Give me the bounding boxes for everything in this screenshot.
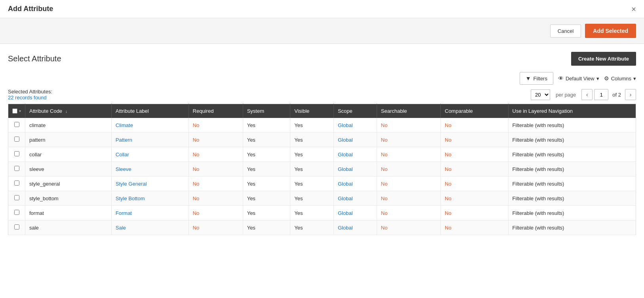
row-checkbox-cell[interactable] (8, 177, 25, 191)
row-layered-nav: Filterable (with results) (508, 162, 636, 177)
row-layered-nav: Filterable (with results) (508, 220, 636, 235)
row-scope: Global (333, 177, 377, 191)
row-scope: Global (333, 118, 377, 133)
row-code: format (25, 206, 112, 220)
row-system: Yes (243, 220, 290, 235)
row-label[interactable]: Style General (111, 177, 189, 191)
total-pages: of 2 (612, 92, 621, 98)
row-system: Yes (243, 162, 290, 177)
table-row: style_general Style General No Yes Yes G… (8, 177, 636, 191)
row-label[interactable]: Format (111, 206, 189, 220)
row-checkbox[interactable] (14, 166, 19, 171)
select-all-column[interactable]: ▾ (8, 104, 25, 118)
table-row: sleeve Sleeve No Yes Yes Global No No Fi… (8, 162, 636, 177)
table-row: collar Collar No Yes Yes Global No No Fi… (8, 147, 636, 162)
toolbar: ▼ Filters 👁 Default View ▾ ⚙ Columns ▾ (8, 72, 636, 85)
select-all-checkbox[interactable] (12, 108, 17, 114)
row-searchable: No (377, 206, 440, 220)
row-visible: Yes (290, 118, 334, 133)
row-comparable: No (441, 191, 509, 206)
row-scope: Global (333, 220, 377, 235)
row-visible: Yes (290, 147, 334, 162)
row-checkbox-cell[interactable] (8, 206, 25, 220)
table-row: style_bottom Style Bottom No Yes Yes Glo… (8, 191, 636, 206)
sort-arrow-code: ↓ (65, 109, 68, 114)
columns-dropdown-arrow: ▾ (633, 76, 636, 82)
page-number-input[interactable] (594, 89, 608, 100)
row-label[interactable]: Climate (111, 118, 189, 133)
per-page-dropdown[interactable]: 20 30 50 (531, 89, 550, 100)
selected-attributes-label: Selected Attributes: (8, 89, 52, 95)
row-required: No (189, 118, 243, 133)
select-all-dropdown[interactable]: ▾ (19, 109, 21, 113)
row-label[interactable]: Pattern (111, 133, 189, 147)
row-system: Yes (243, 206, 290, 220)
action-bar: Cancel Add Selected (0, 18, 644, 44)
row-label[interactable]: Sleeve (111, 162, 189, 177)
filters-button[interactable]: ▼ Filters (520, 72, 553, 85)
row-checkbox[interactable] (14, 151, 19, 156)
create-new-attribute-button[interactable]: Create New Attribute (571, 52, 636, 66)
col-system[interactable]: System (243, 104, 290, 118)
row-label[interactable]: Style Bottom (111, 191, 189, 206)
row-visible: Yes (290, 220, 334, 235)
row-checkbox-cell[interactable] (8, 191, 25, 206)
row-visible: Yes (290, 162, 334, 177)
row-checkbox[interactable] (14, 137, 19, 142)
row-code: sleeve (25, 162, 112, 177)
row-layered-nav: Filterable (with results) (508, 191, 636, 206)
row-system: Yes (243, 133, 290, 147)
row-label[interactable]: Collar (111, 147, 189, 162)
row-checkbox-cell[interactable] (8, 162, 25, 177)
row-comparable: No (441, 206, 509, 220)
columns-button[interactable]: ⚙ Columns ▾ (604, 75, 636, 82)
row-checkbox[interactable] (14, 195, 19, 200)
row-comparable: No (441, 220, 509, 235)
row-checkbox-cell[interactable] (8, 133, 25, 147)
row-checkbox[interactable] (14, 224, 19, 230)
row-comparable: No (441, 133, 509, 147)
gear-icon: ⚙ (604, 75, 609, 82)
row-system: Yes (243, 147, 290, 162)
prev-page-button[interactable]: ‹ (581, 89, 593, 100)
table-row: pattern Pattern No Yes Yes Global No No … (8, 133, 636, 147)
col-comparable[interactable]: Comparable (441, 104, 509, 118)
next-page-button[interactable]: › (625, 89, 636, 100)
row-system: Yes (243, 177, 290, 191)
col-scope[interactable]: Scope (333, 104, 377, 118)
table-header-row: ▾ Attribute Code ↓ Attribute Label Requi… (8, 104, 636, 118)
close-button[interactable]: × (631, 5, 636, 13)
col-layered-nav[interactable]: Use in Layered Navigation (508, 104, 636, 118)
col-attribute-code[interactable]: Attribute Code ↓ (25, 104, 112, 118)
row-checkbox-cell[interactable] (8, 118, 25, 133)
row-checkbox-cell[interactable] (8, 147, 25, 162)
attribute-table: ▾ Attribute Code ↓ Attribute Label Requi… (8, 104, 636, 235)
columns-label: Columns (611, 76, 631, 82)
col-required[interactable]: Required (189, 104, 243, 118)
row-checkbox[interactable] (14, 210, 19, 215)
row-label[interactable]: Sale (111, 220, 189, 235)
default-view-button[interactable]: 👁 Default View ▾ (558, 75, 599, 82)
row-system: Yes (243, 191, 290, 206)
add-selected-button[interactable]: Add Selected (585, 24, 636, 38)
row-scope: Global (333, 147, 377, 162)
row-searchable: No (377, 191, 440, 206)
row-scope: Global (333, 191, 377, 206)
col-attribute-label[interactable]: Attribute Label (111, 104, 189, 118)
page-content: Select Attribute Create New Attribute ▼ … (0, 44, 644, 243)
col-searchable[interactable]: Searchable (377, 104, 440, 118)
row-checkbox[interactable] (14, 180, 19, 186)
row-searchable: No (377, 177, 440, 191)
cancel-button[interactable]: Cancel (550, 25, 581, 38)
row-checkbox-cell[interactable] (8, 220, 25, 235)
dialog-title: Add Attribute (8, 5, 53, 13)
row-checkbox[interactable] (14, 122, 19, 127)
row-searchable: No (377, 133, 440, 147)
row-required: No (189, 147, 243, 162)
section-title: Select Attribute (8, 54, 61, 63)
row-visible: Yes (290, 133, 334, 147)
col-visible[interactable]: Visible (290, 104, 334, 118)
row-comparable: No (441, 118, 509, 133)
per-page-select[interactable]: 20 30 50 (531, 89, 550, 100)
row-visible: Yes (290, 206, 334, 220)
